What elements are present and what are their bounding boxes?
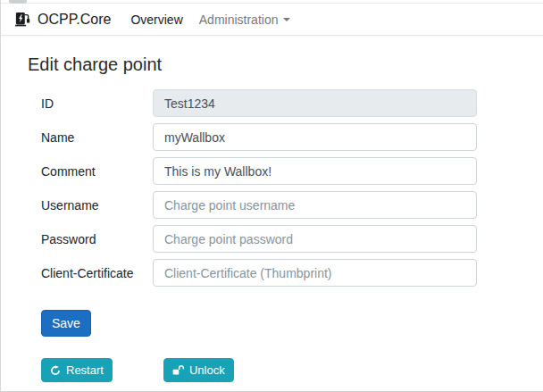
main-content: Edit charge point ID Name Comment Userna… (1, 36, 543, 382)
unlock-icon (172, 365, 184, 375)
nav-dropdown-label: Administration (199, 13, 279, 27)
form-row-password: Password (41, 225, 516, 253)
brand-label: OCPP.Core (38, 12, 111, 28)
unlock-button-label: Unlock (189, 363, 225, 377)
restart-icon (50, 365, 61, 376)
password-label: Password (41, 232, 153, 246)
restart-button[interactable]: Restart (41, 358, 113, 382)
form-row-id: ID (41, 89, 516, 117)
form-row-username: Username (41, 191, 516, 219)
page-title: Edit charge point (28, 54, 516, 75)
form-row-comment: Comment (41, 157, 516, 185)
client-certificate-label: Client-Certificate (41, 266, 153, 280)
username-label: Username (41, 198, 153, 213)
form-row-name: Name (41, 123, 516, 151)
edit-charge-point-form: ID Name Comment Username Password Client… (28, 89, 516, 337)
name-input[interactable] (153, 123, 477, 151)
restart-button-label: Restart (66, 363, 104, 377)
nav-dropdown-administration[interactable]: Administration (199, 13, 291, 27)
id-label: ID (41, 96, 153, 111)
username-input[interactable] (153, 191, 477, 219)
navbar: OCPP.Core Overview Administration (1, 4, 543, 36)
charging-station-icon (15, 12, 31, 28)
nav-link-overview[interactable]: Overview (130, 13, 182, 27)
name-label: Name (41, 130, 153, 145)
caret-down-icon (283, 18, 290, 21)
save-button[interactable]: Save (41, 310, 91, 337)
unlock-button[interactable]: Unlock (163, 358, 234, 382)
browser-tab-fragment (9, 0, 27, 4)
brand-link[interactable]: OCPP.Core (15, 12, 111, 28)
password-input[interactable] (153, 225, 477, 253)
form-row-client-certificate: Client-Certificate (41, 259, 516, 287)
id-input (153, 89, 477, 117)
comment-label: Comment (41, 164, 153, 179)
action-buttons: Restart Unlock (41, 358, 516, 382)
client-certificate-input[interactable] (153, 259, 477, 287)
comment-input[interactable] (153, 157, 477, 185)
